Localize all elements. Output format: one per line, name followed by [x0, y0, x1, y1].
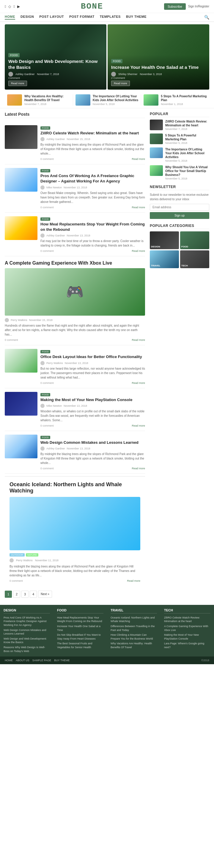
gaming-post: A Complete Gaming Experience With Xbox L…	[5, 256, 145, 345]
search-icon[interactable]: 🔍	[204, 15, 209, 20]
content-left: Latest Posts FOOD ZilIRO Celeste Watch R…	[5, 112, 145, 601]
nav-design[interactable]: DESIGN	[21, 15, 34, 20]
footer-link-travel-2[interactable]: Differences Between Travelling in the Pa…	[111, 624, 157, 632]
post-excerpt-1: By midnight the blazing trees along the …	[41, 143, 145, 156]
footer-link-food-2[interactable]: Increase Your Health One Salad at a Time	[57, 624, 103, 632]
footer-link-design-2[interactable]: Web Design Common Mistakes and Lessons L…	[4, 628, 50, 636]
footer-link-design-4[interactable]: Reasons Why Web Design Is Well-Boss on T…	[4, 646, 50, 653]
instagram-icon[interactable]: ◇	[8, 4, 11, 9]
read-more-2[interactable]: Read more	[132, 206, 145, 209]
footer-link-design-1[interactable]: Pros And Cons Of Working As A Freelance …	[4, 616, 50, 627]
cat-food[interactable]: FOOD	[180, 231, 209, 249]
featured-avatar	[9, 558, 14, 562]
post-comments-3: 0 comment	[41, 249, 54, 252]
sub-hero-item-1[interactable]: Why Vacations Are Healthy: Health Benefi…	[5, 94, 73, 105]
footer-link-food-3[interactable]: Do Not Skip Breakfast If You Want to Sta…	[57, 633, 103, 641]
post-tag-office: FOOD	[41, 350, 50, 353]
hero-right-readmore[interactable]: Read more	[111, 81, 130, 86]
post-title-office[interactable]: Office Desk Layout Ideas for Better Offi…	[41, 354, 145, 360]
post-title-1[interactable]: ZilIRO Celeste Watch Review: Minimalism …	[41, 130, 145, 136]
twitter-icon[interactable]: 	[14, 4, 15, 9]
footer-link-design-3[interactable]: Web Design and Web Development: Know the…	[4, 637, 50, 644]
footer-link-food-4[interactable]: The Best Seasonal Fruits and Vegetables …	[57, 642, 103, 649]
popular-item-4[interactable]: Why Should You Use A Virtual Office for …	[150, 165, 209, 180]
featured-tag-outdoor: OUTDOOR	[9, 553, 25, 557]
popular-item-3[interactable]: The Importance Of Letting Your Kids Join…	[150, 148, 209, 162]
footer-link-travel-4[interactable]: Why Vacations Are Healthy: Health Benefi…	[111, 642, 157, 649]
gaming-author: Perry Watkins	[11, 319, 27, 321]
page-next-btn[interactable]: Next »	[38, 591, 52, 598]
nav-templates[interactable]: TEMPLATES	[100, 15, 121, 20]
post-meta-webmistakes: Ashley Gardner November 13, 2018	[41, 446, 145, 451]
post-excerpt-3: Fat may just be the best time of year to…	[41, 239, 145, 248]
post-title-2[interactable]: Pros And Cons Of Working As A Freelance …	[41, 173, 145, 184]
sub-hero-item-2[interactable]: The Importance Of Letting Your Kids Join…	[73, 94, 141, 105]
popular-text-3: The Importance Of Letting Your Kids Join…	[165, 148, 209, 162]
post-avatar-webmistakes	[41, 446, 45, 451]
gaming-readmore[interactable]: Read more	[132, 339, 145, 341]
footer-link-travel-1[interactable]: Oceanic Iceland: Northern Lights and Wha…	[111, 616, 157, 623]
footer-link-tech-2[interactable]: A Complete Gaming Experience With Xbox L…	[164, 624, 210, 632]
site-logo[interactable]: BONE	[81, 2, 103, 11]
subscribe-button[interactable]: Subscribe	[164, 3, 186, 10]
post-author-3: Ashley Gardner	[46, 234, 65, 237]
post-title-3[interactable]: How Meal Replacements Stop Your Weight F…	[41, 222, 145, 232]
featured-footer: 0 comment Read more	[9, 579, 140, 582]
featured-article: Oceanic Iceland: Northern Lights and Wha…	[5, 476, 145, 587]
post-avatar-3	[41, 234, 45, 238]
nav-post-layout[interactable]: POST LAYOUT	[39, 15, 64, 20]
read-more-webmistakes[interactable]: Read more	[132, 467, 145, 470]
youtube-icon[interactable]: ▶	[17, 4, 20, 9]
post-comments-1: 0 comment	[41, 157, 54, 160]
post-item-3: FOOD How Meal Replacements Stop Your Wei…	[5, 213, 145, 256]
cat-tech[interactable]: TECH	[180, 250, 209, 268]
newsletter-email-input[interactable]	[150, 204, 209, 211]
page-btn-4[interactable]: 4	[30, 591, 37, 598]
nav-buy-theme[interactable]: BUY THEME	[126, 15, 146, 20]
read-more-ps[interactable]: Read more	[132, 424, 145, 427]
popular-text-2: 5 Steps To A Powerful Marketing Plan Nov…	[165, 133, 209, 145]
footer-nav-buy[interactable]: BUY THEME	[54, 659, 70, 662]
hero-right-tag: FOOD	[111, 59, 123, 63]
post-comments-webmistakes: 0 comment	[41, 467, 54, 470]
page-btn-3[interactable]: 3	[21, 591, 29, 598]
newsletter-signup-button[interactable]: Sign up	[150, 212, 209, 219]
sign-in-link[interactable]: Sign In/Register	[188, 5, 209, 8]
footer-nav-about[interactable]: ABOUT US	[16, 659, 29, 662]
featured-readmore[interactable]: Read more	[127, 579, 140, 582]
page-btn-2[interactable]: 2	[13, 591, 20, 598]
hero-left-content: FOOD Web Design and Web Development: Kno…	[5, 49, 106, 90]
read-more-office[interactable]: Read more	[132, 381, 145, 384]
nav-post-format[interactable]: POST FORMAT	[69, 15, 95, 20]
gaming-footer: 0 comment Read more	[5, 339, 145, 341]
footer-nav-home[interactable]: HOME	[5, 659, 13, 662]
hero-left-readmore[interactable]: Read more	[8, 81, 27, 86]
facebook-icon[interactable]: 	[5, 4, 6, 9]
read-more-1[interactable]: Read more	[132, 157, 145, 160]
popular-categories-section: POPULAR CATEGORIES DESIGN FOOD TRAVEL TE…	[150, 224, 209, 268]
footer-link-tech-3[interactable]: Making the Most of Your New PlayStation …	[164, 633, 210, 641]
gaming-post-title[interactable]: A Complete Gaming Experience With Xbox L…	[5, 260, 145, 267]
footer-link-tech-1[interactable]: ZilIRO Celeste Watch Review: Minimalism …	[164, 616, 210, 623]
cat-design[interactable]: DESIGN	[150, 231, 179, 249]
post-title-ps[interactable]: Making the Most of Your New PlayStation …	[41, 397, 145, 403]
post-img-office	[5, 349, 37, 373]
page-btn-1[interactable]: 1	[5, 591, 12, 598]
popular-item-2[interactable]: 5 Steps To A Powerful Marketing Plan Nov…	[150, 133, 209, 145]
featured-title[interactable]: Oceanic Iceland: Northern Lights and Wha…	[9, 482, 140, 494]
hero-right-author: Shirley Shermer	[118, 73, 138, 75]
footer-link-travel-3[interactable]: How Climbing a Mountain Can Prepare You …	[111, 633, 157, 641]
cat-travel[interactable]: TRAVEL	[150, 250, 179, 268]
popular-item-1[interactable]: ZilIRO Celeste Watch Review: Minimalism …	[150, 120, 209, 130]
sub-hero-date-3: November 1, 2018	[161, 103, 207, 105]
footer-nav-sample[interactable]: SAMPLE PAGE	[32, 659, 51, 662]
read-more-3[interactable]: Read more	[132, 249, 145, 252]
footer-link-food-1[interactable]: How Meal Replacements Stop Your Weight F…	[57, 616, 103, 623]
nav-home[interactable]: HOME	[5, 15, 15, 20]
sub-hero-item-3[interactable]: 5 Steps To A Powerful Marketing Plan Nov…	[141, 94, 209, 105]
footer-link-tech-4[interactable]: Lara Page: Where's Google going next?	[164, 642, 210, 649]
post-excerpt-webmistakes: By midnight the blazing trees along the …	[41, 452, 145, 465]
nav-links: HOME DESIGN POST LAYOUT POST FORMAT TEMP…	[5, 15, 146, 20]
post-title-webmistakes[interactable]: Web Design Common Mistakes and Lessons L…	[41, 440, 145, 445]
popular-categories-label: POPULAR CATEGORIES	[150, 224, 209, 229]
